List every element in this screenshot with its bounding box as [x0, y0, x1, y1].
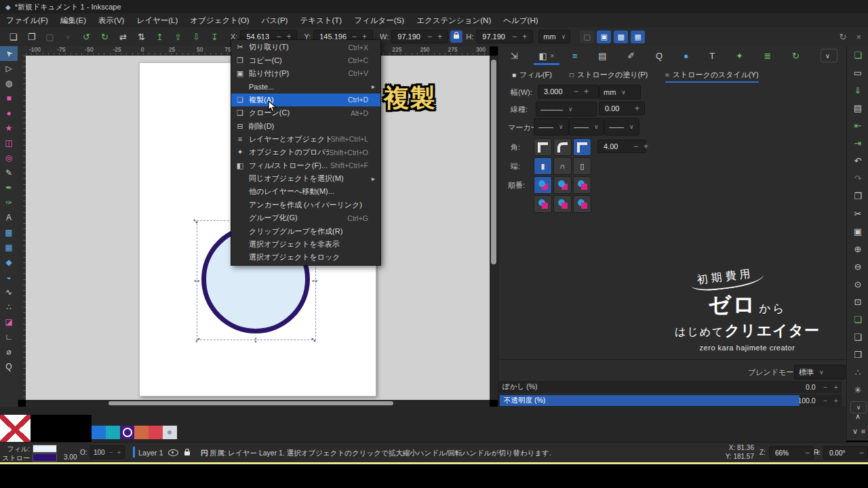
- dash-pattern-dropdown[interactable]: ——— ∨: [536, 102, 597, 117]
- menu-item-paste[interactable]: ▣ 貼り付け(P) Ctrl+V: [231, 67, 380, 80]
- copy-button[interactable]: ❐: [847, 187, 868, 205]
- eraser-tool[interactable]: ◪: [0, 314, 18, 329]
- swatch-black-2[interactable]: [61, 415, 92, 445]
- opacity-value[interactable]: 100.0: [797, 396, 819, 405]
- marker-mid-dropdown[interactable]: —— ∨: [569, 118, 604, 136]
- toolbar-close-icon[interactable]: ×: [856, 32, 861, 42]
- stroke-color-swatch[interactable]: [33, 453, 57, 462]
- tab-fill[interactable]: ■ フィル(F): [512, 68, 552, 81]
- miter-limit-increment[interactable]: +: [641, 142, 651, 151]
- miter-limit-spinbox[interactable]: 4.00 − +: [597, 140, 646, 153]
- scroll-down-icon[interactable]: ∨: [847, 427, 858, 436]
- cap-butt-button[interactable]: ▮: [534, 157, 552, 175]
- menu-item-clip-group[interactable]: クリップグループを作成(R): [231, 224, 380, 237]
- stroke-width-value[interactable]: 3.000: [541, 87, 571, 96]
- menu-item-duplicate[interactable]: ❏ 複製(A) Ctrl+D: [231, 94, 380, 106]
- menu-item-create-anchor[interactable]: アンカーを作成 (ハイパーリンク): [231, 199, 380, 211]
- w-spinbox[interactable]: 97.190 − +: [391, 30, 448, 43]
- dialog-tab-symbols[interactable]: ●: [684, 46, 692, 65]
- menu-item-cut[interactable]: ✂ 切り取り(T) Ctrl+X: [231, 41, 380, 54]
- lower-to-bottom-button[interactable]: ↧: [205, 32, 224, 42]
- blur-slider[interactable]: ぼかし (%) 0.0 − +: [498, 381, 842, 393]
- scale-corners-toggle[interactable]: ▣: [597, 30, 611, 43]
- zoom-tool[interactable]: Q: [0, 359, 18, 374]
- cap-square-button[interactable]: ▯: [573, 157, 591, 175]
- w-increment[interactable]: +: [435, 32, 445, 41]
- lock-ratio-button[interactable]: [450, 30, 462, 43]
- blur-value[interactable]: 0.0: [806, 383, 820, 391]
- order-fill-stroke-markers-button[interactable]: [534, 176, 552, 194]
- join-round-button[interactable]: [553, 138, 572, 156]
- rotation-value[interactable]: 0.00°: [827, 449, 856, 457]
- flip-vertical-button[interactable]: ⇅: [132, 32, 151, 42]
- swatch-light[interactable]: [163, 426, 177, 439]
- select-all-button[interactable]: ❏: [4, 32, 22, 42]
- layer-lock-icon[interactable]: [184, 449, 190, 457]
- select-all-layers-button[interactable]: ❐: [22, 32, 41, 42]
- tab-stroke-style[interactable]: ≈ ストロークのスタイル(Y): [665, 68, 758, 81]
- menu-item-copy[interactable]: ❐ コピー(C) Ctrl+C: [231, 54, 380, 66]
- w-value[interactable]: 97.190: [395, 33, 425, 41]
- swatch-teal[interactable]: [106, 426, 120, 439]
- zoom-value[interactable]: 66%: [772, 449, 802, 457]
- ellipse-tool[interactable]: ●: [0, 106, 18, 121]
- object-opacity-increment[interactable]: +: [117, 449, 121, 456]
- order-stroke-fill-markers-button[interactable]: [553, 176, 572, 194]
- stroke-width-unit-dropdown[interactable]: mm ∨: [599, 85, 641, 100]
- menubar-item-path[interactable]: パス(P): [256, 16, 294, 26]
- pen-tool[interactable]: ✒: [0, 180, 18, 195]
- zoom-page-button[interactable]: ⊖: [847, 258, 868, 275]
- import-button[interactable]: ⇤: [847, 117, 868, 134]
- opacity-increment[interactable]: +: [831, 396, 842, 405]
- stroke-width-decrement[interactable]: −: [571, 87, 581, 96]
- object-opacity-decrement[interactable]: −: [109, 449, 113, 456]
- unlink-clone-button[interactable]: ❒: [847, 346, 868, 363]
- miter-limit-value[interactable]: 4.00: [601, 142, 631, 150]
- menu-item-layers-objects[interactable]: ≡ レイヤーとオブジェクト... Shift+Ctrl+L: [231, 133, 380, 146]
- vertical-scrollbar-thumb[interactable]: [491, 60, 496, 264]
- dash-offset-increment[interactable]: +: [632, 104, 642, 113]
- menu-item-lock-selected[interactable]: 選択オブジェクトをロック: [231, 251, 380, 264]
- shape-builder-tool[interactable]: ◍: [0, 76, 18, 91]
- w-decrement[interactable]: −: [425, 32, 435, 41]
- opacity-slider-fill[interactable]: 不透明度 (%): [500, 395, 800, 406]
- menubar-item-extensions[interactable]: エクステンション(N): [410, 16, 497, 26]
- order-markers-stroke-fill-button[interactable]: [573, 195, 591, 213]
- menu-item-move-to-layer[interactable]: 他のレイヤーへ移動(M)...: [231, 185, 380, 198]
- order-markers-fill-stroke-button[interactable]: [573, 176, 591, 194]
- move-gradients-toggle[interactable]: ▩: [614, 30, 628, 43]
- horizontal-scrollbar-thumb[interactable]: [108, 401, 393, 405]
- menu-item-fill-stroke[interactable]: ◧ フィル/ストローク(F)... Shift+Ctrl+F: [231, 159, 380, 172]
- tweak-tool[interactable]: ∿: [0, 285, 18, 300]
- box3d-tool[interactable]: ◫: [0, 136, 18, 150]
- flip-horizontal-button[interactable]: ⇄: [114, 32, 132, 42]
- menubar-item-layer[interactable]: レイヤー(L): [130, 16, 184, 26]
- dash-offset-value[interactable]: 0.00: [602, 104, 632, 113]
- scale-stroke-toggle[interactable]: ▢: [580, 30, 594, 43]
- mesh-gradient-tool[interactable]: ▦: [0, 240, 18, 255]
- save-document-button[interactable]: ⇓: [847, 81, 868, 99]
- dialog-tab-object-properties[interactable]: ✦: [736, 46, 746, 65]
- scale-handle-w[interactable]: ↔: [193, 274, 201, 285]
- star-tool[interactable]: ★: [0, 121, 18, 136]
- dialog-tab-find[interactable]: Q: [656, 46, 665, 65]
- swatch-blue[interactable]: [92, 426, 106, 439]
- order-fill-markers-stroke-button[interactable]: [534, 195, 552, 213]
- deselect-button[interactable]: ▢: [41, 32, 59, 42]
- zoom-1-1-button[interactable]: ⊡: [847, 293, 868, 310]
- zoom-spinbox[interactable]: 66% − +: [769, 446, 814, 460]
- scale-handle-s[interactable]: ↕: [254, 334, 258, 344]
- menu-item-delete[interactable]: ⊟ 削除(D): [231, 119, 380, 132]
- gradient-tool[interactable]: ▩: [0, 225, 18, 240]
- opacity-slider[interactable]: 不透明度 (%) 100.0 − +: [498, 394, 842, 407]
- selector-tool[interactable]: ➤: [0, 46, 18, 61]
- connector-tool[interactable]: ∟: [0, 329, 18, 344]
- swatch-purple[interactable]: [120, 426, 134, 439]
- marker-end-dropdown[interactable]: —— ∨: [604, 118, 639, 136]
- dialog-tab-xml-editor[interactable]: ▤: [598, 46, 609, 65]
- text-tool[interactable]: A: [0, 210, 18, 225]
- dialog-tab-history[interactable]: ✐: [627, 46, 637, 65]
- join-miter-button[interactable]: [534, 138, 552, 156]
- export-button[interactable]: ⇥: [847, 134, 868, 152]
- menubar-item-view[interactable]: 表示(V): [92, 16, 130, 26]
